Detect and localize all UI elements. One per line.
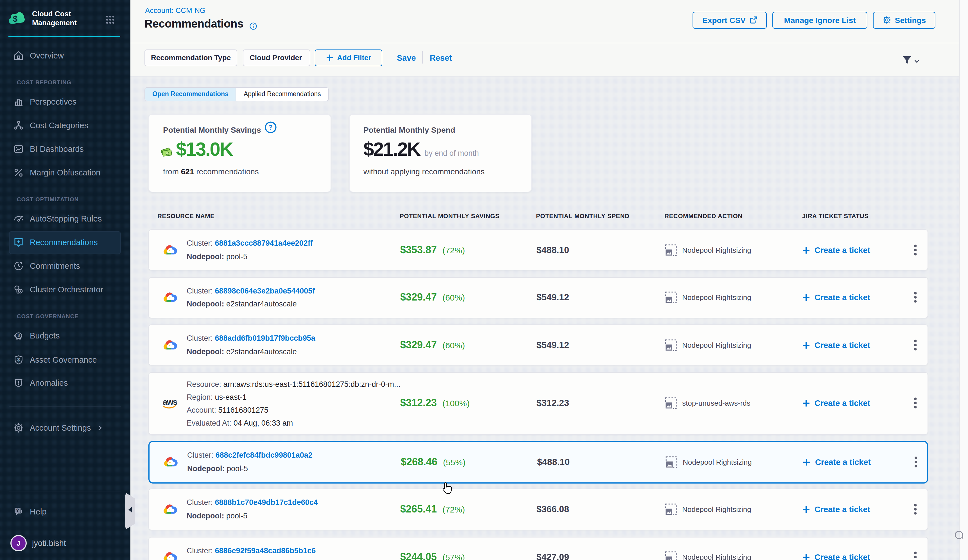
svg-text:$: $ xyxy=(13,14,17,23)
svg-text:$: $ xyxy=(17,333,20,338)
svg-text:?: ? xyxy=(16,508,19,513)
svg-text:?: ? xyxy=(269,124,273,131)
svg-text:$: $ xyxy=(17,357,20,362)
svg-text:J: J xyxy=(17,540,20,547)
